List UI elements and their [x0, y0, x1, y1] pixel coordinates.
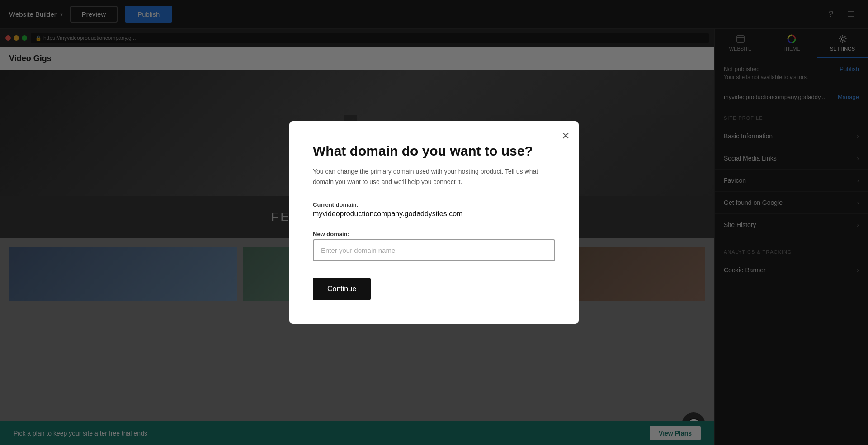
current-domain-label: Current domain: [313, 201, 555, 208]
new-domain-input[interactable] [313, 239, 555, 261]
new-domain-field: New domain: [313, 231, 555, 261]
modal-title: What domain do you want to use? [313, 143, 555, 159]
current-domain-field: Current domain: myvideoproductioncompany… [313, 201, 555, 218]
domain-modal: ✕ What domain do you want to use? You ca… [289, 121, 579, 324]
modal-close-button[interactable]: ✕ [561, 130, 570, 142]
new-domain-label: New domain: [313, 231, 555, 237]
continue-button[interactable]: Continue [313, 278, 371, 300]
modal-description: You can change the primary domain used w… [313, 166, 555, 187]
current-domain-value: myvideoproductioncompany.godaddysites.co… [313, 210, 555, 218]
modal-overlay[interactable]: ✕ What domain do you want to use? You ca… [0, 0, 868, 445]
